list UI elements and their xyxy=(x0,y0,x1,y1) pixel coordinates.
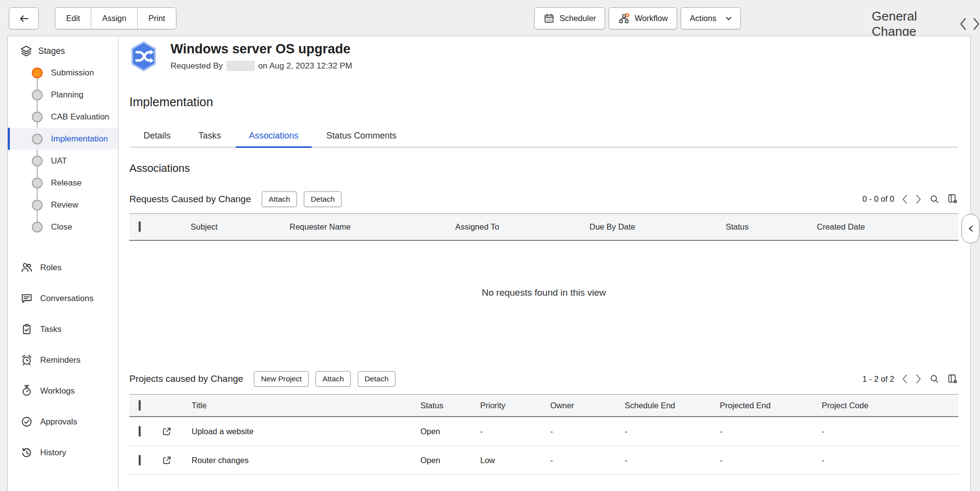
column-header-title: Title xyxy=(192,401,420,410)
record-actions-group: Edit Assign Print xyxy=(55,7,176,29)
sidebar-item-label: History xyxy=(40,448,66,458)
stage-label: Review xyxy=(51,200,78,210)
column-header-status: Status xyxy=(420,401,480,410)
requests-section-label: Requests Caused by Change xyxy=(129,194,251,205)
stage-item-planning[interactable]: Planning xyxy=(8,84,118,106)
requests-select-all-checkbox[interactable] xyxy=(139,221,141,232)
projects-section-label: Projects caused by Change xyxy=(129,374,243,384)
chevron-down-icon xyxy=(726,17,732,21)
assign-button[interactable]: Assign xyxy=(91,8,138,29)
sidebar-item-reminders[interactable]: Reminders xyxy=(8,345,118,375)
edit-button[interactable]: Edit xyxy=(55,8,91,29)
stage-dot xyxy=(32,200,43,210)
projects-select-all-checkbox[interactable] xyxy=(139,400,141,411)
requests-empty-state: No requests found in this view xyxy=(129,241,958,345)
requests-pagination-count: 0 - 0 of 0 xyxy=(862,194,894,204)
projects-search-icon[interactable] xyxy=(929,374,940,384)
requested-by-line: Requested By on Aug 2, 2023 12:32 PM xyxy=(171,61,352,71)
requests-column-settings-icon[interactable] xyxy=(947,193,958,205)
project-code: - xyxy=(822,456,958,465)
requests-empty-message: No requests found in this view xyxy=(482,287,606,298)
workflow-button[interactable]: Workflow xyxy=(609,7,677,29)
top-toolbar: Edit Assign Print Scheduler Workflow Act… xyxy=(0,0,980,36)
tab-details[interactable]: Details xyxy=(130,125,184,148)
stage-label: Submission xyxy=(51,68,94,78)
external-link-icon[interactable] xyxy=(162,426,192,437)
tab-tasks[interactable]: Tasks xyxy=(185,125,234,148)
stage-item-release[interactable]: Release xyxy=(8,172,118,194)
projects-table-header: Title Status Priority Owner Schedule End… xyxy=(129,394,958,417)
sidebar-item-label: Roles xyxy=(40,263,61,273)
column-header-subject: Subject xyxy=(191,222,290,232)
stage-label: CAB Evaluation xyxy=(51,112,109,122)
sidebar-item-label: Tasks xyxy=(40,325,61,334)
tab-status-comments[interactable]: Status Comments xyxy=(313,125,410,148)
column-header-status: Status xyxy=(726,222,817,232)
stage-item-close[interactable]: Close xyxy=(8,216,118,238)
projects-next-page-icon[interactable] xyxy=(915,374,922,384)
print-button[interactable]: Print xyxy=(138,8,176,29)
project-row[interactable]: Upload a website Open - - - - - xyxy=(129,417,958,446)
back-button[interactable] xyxy=(9,7,39,29)
requests-next-page-icon[interactable] xyxy=(915,194,922,204)
requested-by-prefix: Requested By xyxy=(171,61,223,71)
sidebar-item-worklogs[interactable]: Worklogs xyxy=(8,375,118,406)
stage-dot xyxy=(32,134,43,144)
projects-column-settings-icon[interactable] xyxy=(947,374,958,385)
sidebar-item-approvals[interactable]: Approvals xyxy=(8,406,118,437)
sidebar-item-label: Approvals xyxy=(40,417,77,427)
previous-record-icon[interactable] xyxy=(959,18,967,30)
scheduler-button[interactable]: Scheduler xyxy=(534,7,605,29)
column-header-assigned-to: Assigned To xyxy=(455,222,589,232)
column-header-schedule-end: Schedule End xyxy=(625,401,720,410)
requests-detach-button[interactable]: Detach xyxy=(304,191,342,207)
requests-search-icon[interactable] xyxy=(929,194,940,205)
scheduler-button-label: Scheduler xyxy=(560,14,596,23)
requests-prev-page-icon[interactable] xyxy=(902,194,908,204)
project-status: Open xyxy=(420,427,480,436)
projects-attach-button[interactable]: Attach xyxy=(316,371,351,387)
project-owner: - xyxy=(550,427,625,436)
stage-item-review[interactable]: Review xyxy=(8,194,118,216)
associations-heading: Associations xyxy=(129,162,958,175)
collapse-panel-button[interactable] xyxy=(961,214,980,243)
project-code: - xyxy=(822,427,958,436)
sidebar-item-label: Reminders xyxy=(40,355,80,365)
project-status: Open xyxy=(420,456,480,465)
project-title[interactable]: Upload a website xyxy=(192,427,420,436)
sidebar-item-conversations[interactable]: Conversations xyxy=(8,283,118,314)
project-title[interactable]: Router changes xyxy=(192,456,420,465)
stage-label: UAT xyxy=(51,156,67,166)
sidebar-item-roles[interactable]: Roles xyxy=(8,252,118,283)
project-owner: - xyxy=(550,456,625,465)
project-row[interactable]: Router changes Open Low - - - - xyxy=(129,446,958,475)
column-header-created-date: Created Date xyxy=(817,222,958,232)
stage-item-implementation[interactable]: Implementation xyxy=(8,128,118,150)
stage-label: Planning xyxy=(51,90,83,100)
row-checkbox[interactable] xyxy=(139,426,141,437)
requested-by-suffix: on Aug 2, 2023 12:32 PM xyxy=(258,61,352,71)
projects-prev-page-icon[interactable] xyxy=(902,374,908,384)
stage-dot xyxy=(32,222,43,233)
column-header-owner: Owner xyxy=(550,401,625,410)
projects-detach-button[interactable]: Detach xyxy=(358,371,395,387)
requests-toolbar: Requests Caused by Change Attach Detach … xyxy=(129,191,958,207)
actions-menu-button[interactable]: Actions xyxy=(681,7,741,29)
change-type-icon xyxy=(129,41,158,72)
external-link-icon[interactable] xyxy=(162,455,192,466)
stage-item-uat[interactable]: UAT xyxy=(8,150,118,172)
next-record-icon[interactable] xyxy=(973,18,980,30)
requests-attach-button[interactable]: Attach xyxy=(262,191,297,207)
worklogs-icon xyxy=(20,384,33,397)
project-schedule-end: - xyxy=(625,456,720,465)
template-name-label: General Change xyxy=(872,9,954,39)
tab-associations[interactable]: Associations xyxy=(236,125,312,148)
row-checkbox[interactable] xyxy=(139,455,141,466)
column-header-requester-name: Requester Name xyxy=(290,222,455,232)
sidebar-item-tasks[interactable]: Tasks xyxy=(8,314,118,345)
new-project-button[interactable]: New Project xyxy=(254,371,309,387)
stage-item-cab-evaluation[interactable]: CAB Evaluation xyxy=(8,106,118,128)
sidebar-item-history[interactable]: History xyxy=(8,437,118,468)
stage-item-submission[interactable]: Submission xyxy=(8,62,118,84)
stages-title: Stages xyxy=(38,46,65,56)
